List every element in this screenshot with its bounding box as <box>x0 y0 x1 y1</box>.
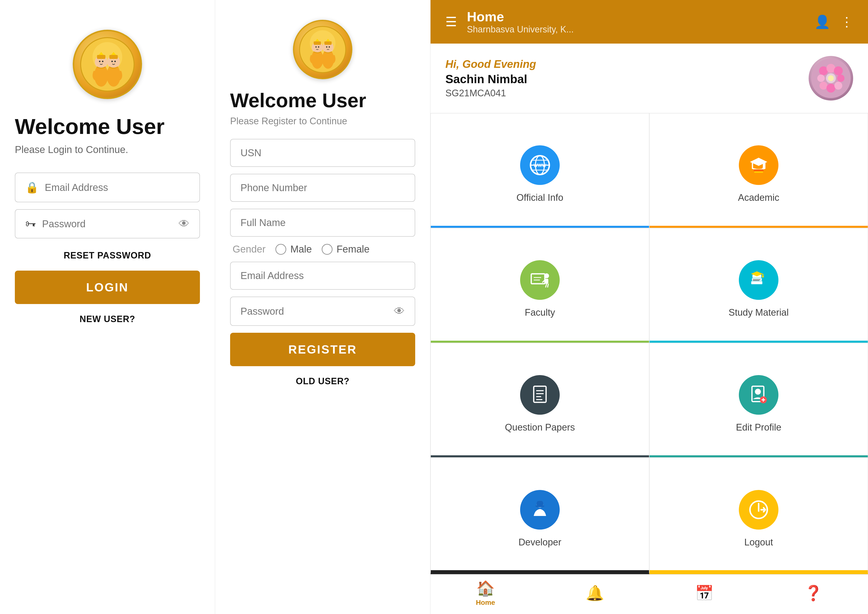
svg-point-25 <box>318 46 319 48</box>
register-password-wrapper[interactable]: 👁 <box>230 297 415 326</box>
study-material-icon-circle <box>739 260 778 300</box>
svg-line-57 <box>547 284 548 288</box>
new-user-link[interactable]: NEW USER? <box>80 314 135 324</box>
svg-point-24 <box>315 46 317 48</box>
svg-point-27 <box>329 46 330 48</box>
home-nav-label: Home <box>476 598 495 606</box>
logout-label: Logout <box>744 537 773 548</box>
svg-rect-21 <box>324 41 332 45</box>
svg-point-10 <box>99 61 101 62</box>
study-material-label: Study Material <box>729 307 789 318</box>
deity-image-2 <box>294 21 351 78</box>
svg-point-35 <box>820 82 828 90</box>
login-subtitle: Please Login to Continue. <box>15 144 200 155</box>
login-screen: Welcome User Please Login to Continue. 🔒… <box>0 0 215 614</box>
svg-point-72 <box>755 389 761 395</box>
female-radio-circle <box>322 244 333 255</box>
menu-item-academic[interactable]: Academic <box>649 113 868 228</box>
email-input[interactable] <box>45 182 189 193</box>
menu-item-study-material[interactable]: Study Material <box>649 228 868 343</box>
academic-icon-circle <box>739 145 778 185</box>
register-password-input[interactable] <box>240 306 388 317</box>
nav-calendar[interactable]: 📅 <box>695 584 714 602</box>
svg-point-11 <box>102 61 104 62</box>
password-input[interactable] <box>42 218 173 230</box>
password-field-wrapper[interactable]: 🗝 👁 <box>15 209 200 238</box>
home-header: ☰ Home Sharnbasva University, K... 👤 ⋮ <box>431 0 868 44</box>
user-info-section: Hi, Good Evening Sachin Nimbal SG21MCA04… <box>431 44 868 113</box>
faculty-label: Faculty <box>525 307 555 318</box>
key-icon: 🗝 <box>25 218 36 230</box>
usn-input[interactable] <box>240 147 405 159</box>
old-user-link[interactable]: OLD USER? <box>296 376 349 387</box>
menu-item-question-papers[interactable]: Question Papers <box>431 343 649 458</box>
user-name: Sachin Nimbal <box>445 72 536 86</box>
developer-label: Developer <box>518 537 561 548</box>
male-radio-circle <box>275 244 286 255</box>
usn-field-wrapper[interactable] <box>230 139 415 167</box>
svg-point-12 <box>112 61 113 62</box>
male-label: Male <box>290 244 312 255</box>
phone-field-wrapper[interactable] <box>230 174 415 202</box>
header-actions: 👤 ⋮ <box>814 14 853 30</box>
toggle-password-icon[interactable]: 👁 <box>179 218 189 230</box>
login-button[interactable]: LOGIN <box>15 270 200 304</box>
register-toggle-password-icon[interactable]: 👁 <box>394 305 405 317</box>
register-button[interactable]: REGISTER <box>230 333 415 366</box>
nav-home[interactable]: 🏠 Home <box>476 580 495 606</box>
header-title: Home <box>467 9 804 24</box>
svg-point-13 <box>114 61 116 62</box>
svg-rect-7 <box>109 55 118 59</box>
svg-rect-49 <box>754 171 763 173</box>
lock-icon: 🔒 <box>25 181 39 194</box>
female-radio[interactable]: Female <box>322 244 369 255</box>
menu-item-edit-profile[interactable]: Edit Profile <box>649 343 868 458</box>
svg-point-77 <box>535 505 544 507</box>
user-greeting: Hi, Good Evening <box>445 58 536 70</box>
svg-point-53 <box>544 273 549 278</box>
bottom-navigation: 🏠 Home 🔔 📅 ❓ <box>431 574 868 614</box>
register-subtitle: Please Register to Continue <box>230 116 415 126</box>
official-info-label: Official Info <box>516 192 563 203</box>
menu-grid: WWW Official Info Academic <box>431 113 868 574</box>
faculty-icon-circle <box>520 260 560 300</box>
email-field-wrapper[interactable]: 🔒 <box>15 173 200 202</box>
svg-point-32 <box>817 75 825 82</box>
menu-item-faculty[interactable]: Faculty <box>431 228 649 343</box>
svg-text:WWW: WWW <box>534 163 546 168</box>
menu-item-official-info[interactable]: WWW Official Info <box>431 113 649 228</box>
svg-rect-48 <box>754 169 764 171</box>
svg-rect-20 <box>314 41 321 45</box>
home-screen: ☰ Home Sharnbasva University, K... 👤 ⋮ H… <box>431 0 868 614</box>
nav-notifications[interactable]: 🔔 <box>586 584 604 602</box>
hamburger-menu-icon[interactable]: ☰ <box>445 14 457 29</box>
fullname-field-wrapper[interactable] <box>230 209 415 237</box>
register-screen: Welcome User Please Register to Continue… <box>215 0 431 614</box>
more-options-icon[interactable]: ⋮ <box>840 14 853 29</box>
question-papers-label: Question Papers <box>505 422 575 433</box>
svg-point-38 <box>828 75 834 81</box>
svg-line-56 <box>546 284 547 288</box>
login-title: Welcome User <box>15 114 200 139</box>
gender-label: Gender <box>232 244 265 255</box>
phone-input[interactable] <box>240 182 405 193</box>
fullname-input[interactable] <box>240 217 405 228</box>
profile-icon[interactable]: 👤 <box>814 14 831 30</box>
register-email-input[interactable] <box>240 270 405 281</box>
male-radio[interactable]: Male <box>275 244 312 255</box>
menu-item-developer[interactable]: Developer <box>431 457 649 574</box>
header-subtitle: Sharnbasva University, K... <box>467 24 804 35</box>
reset-password-link[interactable]: RESET PASSWORD <box>64 250 151 261</box>
svg-rect-46 <box>763 162 764 168</box>
nav-help[interactable]: ❓ <box>804 584 823 602</box>
register-email-wrapper[interactable] <box>230 262 415 290</box>
question-papers-icon-circle <box>520 375 560 415</box>
register-title: Welcome User <box>230 89 415 112</box>
header-title-block: Home Sharnbasva University, K... <box>467 9 804 35</box>
gender-row: Gender Male Female <box>230 244 415 255</box>
svg-point-36 <box>826 84 835 93</box>
developer-icon-circle <box>520 490 560 530</box>
menu-item-logout[interactable]: Logout <box>649 457 868 574</box>
home-nav-icon: 🏠 <box>476 580 495 597</box>
svg-rect-6 <box>97 55 105 59</box>
